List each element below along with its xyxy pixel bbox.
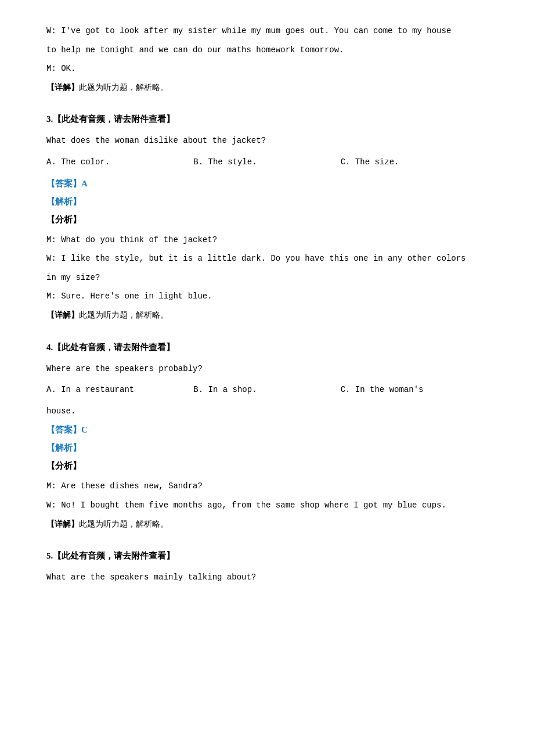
question-4-audio-marker: 【此处有音频，请去附件查看】: [53, 343, 175, 352]
question-3-section: 3.【此处有音频，请去附件查看】 What does the woman dis…: [46, 111, 488, 323]
q3-dialogue-4: M: Sure. Here's one in light blue.: [46, 289, 488, 304]
question-3-option-a: A. The color.: [46, 154, 193, 170]
dialogue-line-2: to help me tonight and we can do our mat…: [46, 42, 488, 58]
question-4-options-wrap: house.: [46, 404, 488, 419]
question-4-options: A. In a restaurant B. In a shop. C. In t…: [46, 382, 488, 398]
question-5-section: 5.【此处有音频，请去附件查看】 What are the speakers m…: [46, 548, 488, 585]
question-4-answer: 【答案】C: [46, 422, 488, 438]
question-4-option-c: C. In the woman's: [341, 382, 488, 398]
question-4-text: Where are the speakers probably?: [46, 361, 488, 377]
detail-note-q3: 【详解】此题为听力题，解析略。: [46, 308, 488, 323]
q3-dialogue-1: M: What do you think of the jacket?: [46, 232, 488, 248]
question-4-option-b: B. In a shop.: [193, 382, 340, 398]
q4-dialogue-1: M: Are these dishes new, Sandra?: [46, 478, 488, 494]
question-4-header: 4.【此处有音频，请去附件查看】: [46, 340, 488, 355]
question-3-option-c: C. The size.: [341, 154, 488, 170]
question-3-audio-marker: 【此处有音频，请去附件查看】: [53, 114, 175, 124]
question-5-header: 5.【此处有音频，请去附件查看】: [46, 548, 488, 564]
detail-note-intro: 【详解】此题为听力题，解析略。: [46, 80, 488, 96]
question-4-analysis-label: 【解析】: [46, 440, 488, 456]
question-3-options: A. The color. B. The style. C. The size.: [46, 154, 488, 170]
question-3-answer: 【答案】A: [46, 176, 488, 192]
question-4-number: 4.: [46, 343, 53, 352]
dialogue-line-3: M: OK.: [46, 61, 488, 77]
q3-dialogue-2: W: I like the style, but it is a little …: [46, 251, 488, 267]
intro-section: W: I've got to look after my sister whil…: [46, 23, 488, 95]
question-5-text: What are the speakers mainly talking abo…: [46, 570, 488, 585]
dialogue-line-1: W: I've got to look after my sister whil…: [46, 23, 488, 39]
question-3-fenxi-label: 【分析】: [46, 212, 488, 228]
question-4-fenxi-label: 【分析】: [46, 458, 488, 474]
question-4-option-a: A. In a restaurant: [46, 382, 193, 398]
q4-dialogue-2: W: No! I bought them five months ago, fr…: [46, 498, 488, 513]
question-3-number: 3.: [46, 114, 53, 124]
question-3-text: What does the woman dislike about the ja…: [46, 133, 488, 149]
question-3-analysis-label: 【解析】: [46, 194, 488, 210]
question-4-section: 4.【此处有音频，请去附件查看】 Where are the speakers …: [46, 340, 488, 532]
question-3-option-b: B. The style.: [193, 154, 340, 170]
question-3-header: 3.【此处有音频，请去附件查看】: [46, 111, 488, 127]
detail-note-q4: 【详解】此题为听力题，解析略。: [46, 517, 488, 532]
q3-dialogue-3: in my size?: [46, 270, 488, 286]
question-5-audio-marker: 【此处有音频，请去附件查看】: [53, 551, 175, 560]
question-5-number: 5.: [46, 551, 53, 560]
